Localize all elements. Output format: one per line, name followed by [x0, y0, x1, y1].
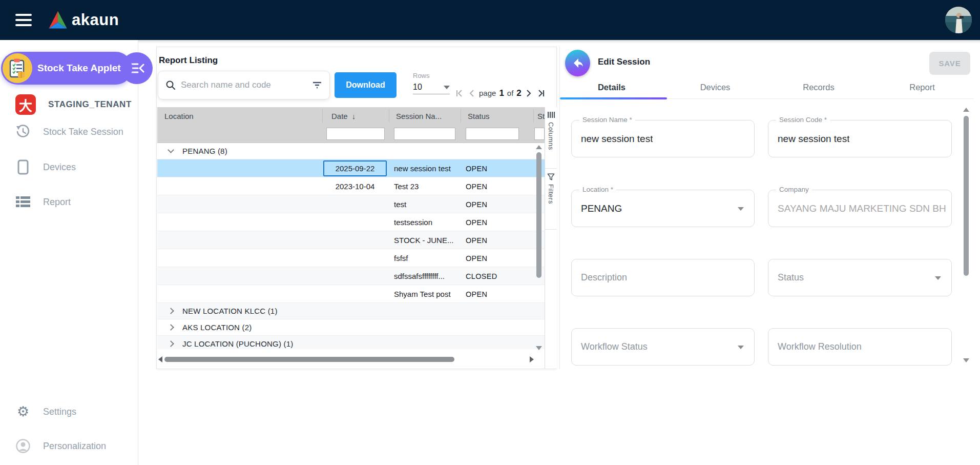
first-page-button[interactable]	[455, 89, 464, 97]
applet-pill-button[interactable]: Stock Take Applet	[1, 52, 132, 85]
location-group-row[interactable]: NEW LOCATION KLCC (1)	[157, 303, 545, 319]
field-value: new session test	[778, 120, 849, 157]
cell-date[interactable]	[323, 214, 387, 230]
cell-session-name[interactable]: Test 23	[394, 177, 419, 195]
search-input[interactable]	[181, 80, 312, 90]
table-filter-row	[157, 125, 545, 143]
sidebar-item-tenant[interactable]: 大 STAGING_TENANT	[0, 93, 138, 116]
panel-scroll-down-arrow[interactable]	[963, 358, 969, 362]
cell-session-name[interactable]: fsfsf	[394, 249, 408, 267]
filter-input-st[interactable]	[534, 128, 545, 140]
tab-report[interactable]: Report	[870, 76, 974, 98]
cell-date[interactable]	[323, 286, 387, 302]
cell-status[interactable]: OPEN	[466, 285, 487, 303]
column-header-st[interactable]: St	[537, 112, 545, 120]
cell-status[interactable]: OPEN	[466, 213, 487, 231]
workflow-status-select[interactable]: Workflow Status	[571, 328, 755, 366]
chevron-icon[interactable]	[168, 147, 174, 153]
column-header-status[interactable]: Status	[468, 112, 490, 120]
previous-page-button[interactable]	[468, 89, 474, 97]
filter-list-icon[interactable]	[312, 81, 322, 89]
cell-session-name[interactable]: sdfssafsffffffff...	[394, 267, 445, 285]
table-row[interactable]: fsfsf OPEN	[157, 249, 545, 267]
cell-date[interactable]	[323, 268, 387, 284]
filter-input-status[interactable]	[466, 128, 519, 140]
column-header-session-name[interactable]: Session Na...	[396, 112, 442, 120]
sidebar-item-report[interactable]: Report	[0, 190, 138, 214]
save-button[interactable]: SAVE	[929, 52, 970, 75]
back-arrow-icon	[572, 57, 584, 69]
table-row[interactable]: Shyam Test post OPEN	[157, 285, 545, 303]
table-vertical-scrollbar-thumb[interactable]	[536, 152, 541, 278]
cell-date[interactable]	[323, 196, 387, 212]
table-row[interactable]: test OPEN	[157, 195, 545, 213]
scroll-left-arrow[interactable]	[158, 356, 162, 362]
filter-input-session-name[interactable]	[394, 128, 455, 140]
sidebar-item-stock-take-session[interactable]: Stock Take Session	[0, 120, 138, 144]
cell-date[interactable]: 2025-09-22	[323, 160, 387, 176]
workflow-resolution-field[interactable]: Workflow Resolution	[768, 328, 952, 366]
cell-session-name[interactable]: testsession	[394, 213, 432, 231]
cell-session-name[interactable]: new session test	[394, 159, 451, 177]
location-group-row[interactable]: AKS LOCATION (2)	[157, 319, 545, 336]
column-header-date[interactable]: Date↓	[331, 112, 356, 120]
sort-desc-icon: ↓	[352, 112, 356, 120]
panel-vertical-scrollbar-thumb[interactable]	[964, 116, 969, 276]
panel-scroll-up-arrow[interactable]	[963, 108, 969, 112]
applet-name-label: Stock Take Applet	[37, 63, 121, 74]
status-select[interactable]: Status	[768, 259, 952, 296]
hamburger-menu-icon[interactable]	[15, 14, 32, 26]
chevron-icon[interactable]	[168, 308, 174, 314]
scroll-right-arrow[interactable]	[530, 356, 534, 362]
session-code-field[interactable]: Session Code * new session test	[768, 120, 952, 157]
edit-session-panel: Edit Session SAVE Details Devices Record…	[559, 47, 980, 369]
cell-status[interactable]: OPEN	[466, 249, 487, 267]
filter-input-date[interactable]	[326, 128, 385, 140]
sidebar-item-devices[interactable]: Devices	[0, 155, 138, 179]
table-row[interactable]: 2023-10-04 Test 23 OPEN	[157, 177, 545, 195]
location-group-row[interactable]: PENANG (8)	[157, 143, 545, 159]
next-page-button[interactable]	[526, 89, 532, 97]
last-page-button[interactable]	[537, 89, 545, 97]
tenant-label: STAGING_TENANT	[48, 99, 132, 110]
cell-date[interactable]	[323, 232, 387, 248]
funnel-filter-icon	[547, 173, 555, 180]
table-row[interactable]: testsession OPEN	[157, 213, 545, 231]
tab-records[interactable]: Records	[767, 76, 870, 98]
page-indicator: page 1 of 2	[479, 88, 522, 98]
location-group-row[interactable]: JC LOCATION (PUCHONG) (1)	[157, 336, 545, 349]
horizontal-scrollbar-thumb[interactable]	[164, 357, 454, 362]
cell-session-name[interactable]: test	[394, 195, 406, 213]
cell-status[interactable]: OPEN	[466, 177, 487, 195]
cell-status[interactable]: OPEN	[466, 159, 487, 177]
columns-tab[interactable]: Columns	[545, 107, 557, 169]
tab-devices[interactable]: Devices	[663, 76, 767, 98]
chevron-icon[interactable]	[168, 340, 174, 347]
table-row[interactable]: sdfssafsffffffff... CLOSED	[157, 267, 545, 285]
cell-status[interactable]: OPEN	[466, 195, 487, 213]
cell-status[interactable]: OPEN	[466, 231, 487, 249]
chevron-icon[interactable]	[168, 324, 174, 331]
table-scroll-down-arrow[interactable]	[536, 346, 542, 350]
session-name-field[interactable]: Session Name * new session test	[571, 120, 755, 157]
location-select[interactable]: Location * PENANG	[571, 190, 755, 227]
description-field[interactable]: Description	[571, 259, 755, 296]
sidebar-item-personalization[interactable]: Personalization	[0, 434, 138, 458]
rows-per-page-select[interactable]: 10	[413, 83, 450, 94]
table-scroll-up-arrow[interactable]	[536, 145, 542, 149]
column-header-location[interactable]: Location	[164, 112, 194, 120]
tab-details[interactable]: Details	[560, 76, 663, 98]
back-button[interactable]	[565, 50, 590, 76]
user-avatar[interactable]	[945, 7, 972, 33]
cell-session-name[interactable]: STOCK - JUNE...	[394, 231, 453, 249]
sidebar-item-settings[interactable]: ⚙ Settings	[0, 400, 138, 423]
cell-date[interactable]: 2023-10-04	[323, 178, 387, 194]
cell-session-name[interactable]: Shyam Test post	[394, 285, 451, 303]
filters-tab[interactable]: Filters	[545, 169, 557, 230]
table-row[interactable]: STOCK - JUNE... OPEN	[157, 231, 545, 249]
cell-status[interactable]: CLOSED	[466, 267, 497, 285]
cell-date[interactable]	[323, 250, 387, 266]
download-button[interactable]: Download	[335, 72, 397, 98]
table-row[interactable]: 2025-09-22 new session test OPEN	[157, 159, 545, 177]
person-icon	[15, 439, 31, 453]
